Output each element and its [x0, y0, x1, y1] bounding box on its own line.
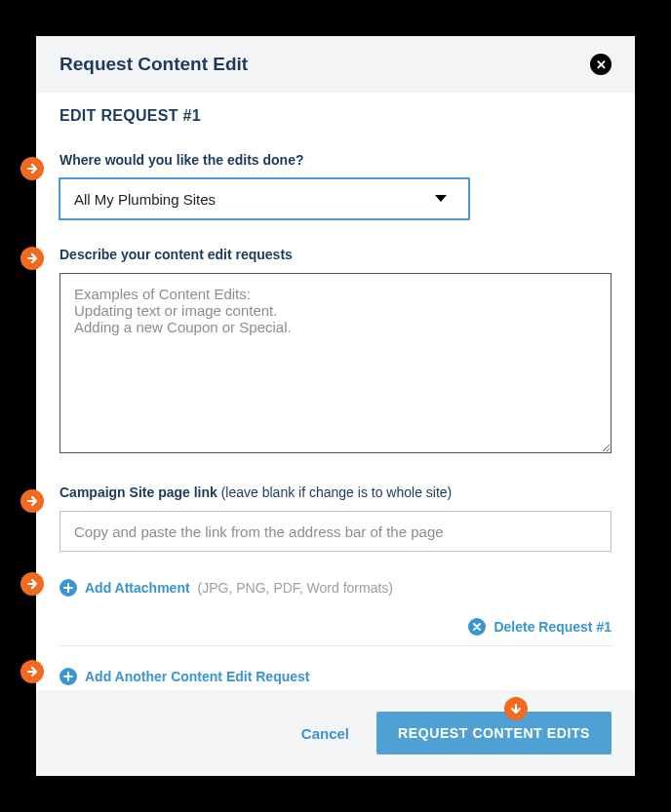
add-attachment-button[interactable]: Add Attachment (JPG, PNG, PDF, Word form…	[59, 579, 612, 597]
edit-request-section-title: EDIT REQUEST #1	[59, 107, 612, 125]
delete-request-button[interactable]: Delete Request #1	[468, 618, 612, 636]
page-link-input[interactable]	[59, 511, 612, 552]
describe-edits-textarea[interactable]	[59, 273, 612, 453]
cancel-button[interactable]: Cancel	[301, 725, 349, 742]
plus-circle-icon	[59, 668, 77, 685]
annotation-arrow-icon	[20, 157, 44, 180]
close-button[interactable]: ✕	[590, 54, 612, 75]
page-link-hint: (leave blank if change is to whole site)	[221, 484, 453, 500]
annotation-arrow-icon	[20, 572, 44, 596]
where-edits-select-wrap	[59, 178, 469, 219]
add-another-request-button[interactable]: Add Another Content Edit Request	[59, 668, 612, 685]
annotation-arrow-icon	[20, 489, 44, 513]
modal-header: Request Content Edit ✕	[36, 36, 635, 93]
modal-footer: Cancel REQUEST CONTENT EDITS	[36, 690, 635, 776]
add-attachment-label: Add Attachment	[85, 580, 190, 596]
request-content-edit-modal: Request Content Edit ✕ EDIT REQUEST #1 W…	[36, 36, 635, 776]
close-icon: ✕	[596, 58, 607, 72]
add-another-request-label: Add Another Content Edit Request	[85, 669, 309, 684]
divider	[59, 645, 612, 646]
plus-circle-icon	[59, 579, 77, 597]
annotation-arrow-icon	[20, 247, 44, 270]
modal-title: Request Content Edit	[59, 54, 248, 75]
attachment-formats-hint: (JPG, PNG, PDF, Word formats)	[198, 580, 393, 596]
delete-request-label: Delete Request #1	[493, 619, 612, 635]
page-link-label: Campaign Site page link (leave blank if …	[59, 484, 612, 500]
x-circle-icon	[468, 618, 486, 636]
annotation-arrow-icon	[20, 660, 44, 683]
delete-request-row: Delete Request #1	[59, 618, 612, 636]
where-edits-select[interactable]	[59, 178, 469, 219]
where-edits-label: Where would you like the edits done?	[59, 152, 612, 168]
request-content-edits-button[interactable]: REQUEST CONTENT EDITS	[376, 712, 612, 754]
page-link-label-text: Campaign Site page link	[59, 484, 221, 500]
modal-body: EDIT REQUEST #1 Where would you like the…	[36, 93, 635, 690]
describe-edits-label: Describe your content edit requests	[59, 247, 612, 262]
annotation-arrow-down-icon	[504, 697, 528, 720]
